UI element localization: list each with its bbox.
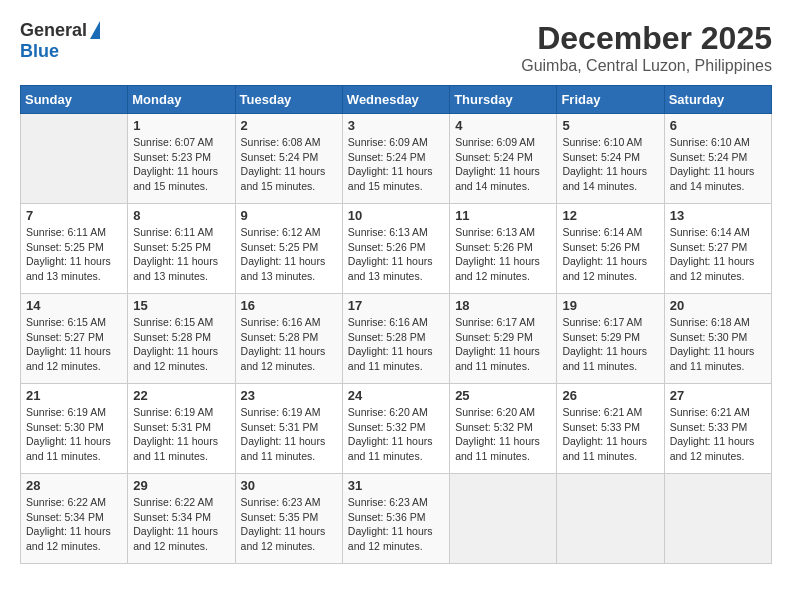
calendar-cell: 22Sunrise: 6:19 AMSunset: 5:31 PMDayligh… xyxy=(128,384,235,474)
day-info: Sunrise: 6:20 AMSunset: 5:32 PMDaylight:… xyxy=(348,405,444,464)
day-number: 31 xyxy=(348,478,444,493)
calendar-cell xyxy=(664,474,771,564)
day-number: 15 xyxy=(133,298,229,313)
day-number: 5 xyxy=(562,118,658,133)
weekday-header-friday: Friday xyxy=(557,86,664,114)
weekday-header-tuesday: Tuesday xyxy=(235,86,342,114)
day-info: Sunrise: 6:14 AMSunset: 5:26 PMDaylight:… xyxy=(562,225,658,284)
calendar-cell: 27Sunrise: 6:21 AMSunset: 5:33 PMDayligh… xyxy=(664,384,771,474)
calendar-cell: 5Sunrise: 6:10 AMSunset: 5:24 PMDaylight… xyxy=(557,114,664,204)
day-info: Sunrise: 6:23 AMSunset: 5:35 PMDaylight:… xyxy=(241,495,337,554)
location: Guimba, Central Luzon, Philippines xyxy=(521,57,772,75)
calendar-cell: 1Sunrise: 6:07 AMSunset: 5:23 PMDaylight… xyxy=(128,114,235,204)
day-number: 24 xyxy=(348,388,444,403)
day-number: 1 xyxy=(133,118,229,133)
calendar-week-2: 7Sunrise: 6:11 AMSunset: 5:25 PMDaylight… xyxy=(21,204,772,294)
day-info: Sunrise: 6:13 AMSunset: 5:26 PMDaylight:… xyxy=(348,225,444,284)
day-number: 19 xyxy=(562,298,658,313)
day-info: Sunrise: 6:19 AMSunset: 5:30 PMDaylight:… xyxy=(26,405,122,464)
day-info: Sunrise: 6:11 AMSunset: 5:25 PMDaylight:… xyxy=(133,225,229,284)
day-info: Sunrise: 6:14 AMSunset: 5:27 PMDaylight:… xyxy=(670,225,766,284)
calendar-cell: 17Sunrise: 6:16 AMSunset: 5:28 PMDayligh… xyxy=(342,294,449,384)
calendar-cell: 30Sunrise: 6:23 AMSunset: 5:35 PMDayligh… xyxy=(235,474,342,564)
day-info: Sunrise: 6:09 AMSunset: 5:24 PMDaylight:… xyxy=(455,135,551,194)
day-info: Sunrise: 6:16 AMSunset: 5:28 PMDaylight:… xyxy=(348,315,444,374)
calendar-cell: 31Sunrise: 6:23 AMSunset: 5:36 PMDayligh… xyxy=(342,474,449,564)
day-number: 13 xyxy=(670,208,766,223)
calendar-cell: 29Sunrise: 6:22 AMSunset: 5:34 PMDayligh… xyxy=(128,474,235,564)
month-title: December 2025 xyxy=(521,20,772,57)
day-number: 4 xyxy=(455,118,551,133)
calendar-cell: 10Sunrise: 6:13 AMSunset: 5:26 PMDayligh… xyxy=(342,204,449,294)
day-info: Sunrise: 6:22 AMSunset: 5:34 PMDaylight:… xyxy=(133,495,229,554)
day-number: 30 xyxy=(241,478,337,493)
day-info: Sunrise: 6:19 AMSunset: 5:31 PMDaylight:… xyxy=(241,405,337,464)
day-info: Sunrise: 6:22 AMSunset: 5:34 PMDaylight:… xyxy=(26,495,122,554)
weekday-header-wednesday: Wednesday xyxy=(342,86,449,114)
day-number: 20 xyxy=(670,298,766,313)
calendar-cell: 7Sunrise: 6:11 AMSunset: 5:25 PMDaylight… xyxy=(21,204,128,294)
day-number: 28 xyxy=(26,478,122,493)
weekday-header-row: SundayMondayTuesdayWednesdayThursdayFrid… xyxy=(21,86,772,114)
day-info: Sunrise: 6:11 AMSunset: 5:25 PMDaylight:… xyxy=(26,225,122,284)
day-number: 6 xyxy=(670,118,766,133)
calendar-cell: 25Sunrise: 6:20 AMSunset: 5:32 PMDayligh… xyxy=(450,384,557,474)
calendar-cell: 12Sunrise: 6:14 AMSunset: 5:26 PMDayligh… xyxy=(557,204,664,294)
day-number: 10 xyxy=(348,208,444,223)
day-number: 7 xyxy=(26,208,122,223)
calendar-cell: 20Sunrise: 6:18 AMSunset: 5:30 PMDayligh… xyxy=(664,294,771,384)
day-info: Sunrise: 6:21 AMSunset: 5:33 PMDaylight:… xyxy=(670,405,766,464)
calendar-cell: 24Sunrise: 6:20 AMSunset: 5:32 PMDayligh… xyxy=(342,384,449,474)
day-number: 2 xyxy=(241,118,337,133)
day-number: 23 xyxy=(241,388,337,403)
title-section: December 2025 Guimba, Central Luzon, Phi… xyxy=(521,20,772,75)
logo-general: General xyxy=(20,20,87,41)
day-info: Sunrise: 6:16 AMSunset: 5:28 PMDaylight:… xyxy=(241,315,337,374)
calendar-week-4: 21Sunrise: 6:19 AMSunset: 5:30 PMDayligh… xyxy=(21,384,772,474)
day-info: Sunrise: 6:15 AMSunset: 5:28 PMDaylight:… xyxy=(133,315,229,374)
calendar-cell: 8Sunrise: 6:11 AMSunset: 5:25 PMDaylight… xyxy=(128,204,235,294)
calendar-cell: 6Sunrise: 6:10 AMSunset: 5:24 PMDaylight… xyxy=(664,114,771,204)
day-number: 12 xyxy=(562,208,658,223)
day-number: 18 xyxy=(455,298,551,313)
calendar-cell: 11Sunrise: 6:13 AMSunset: 5:26 PMDayligh… xyxy=(450,204,557,294)
weekday-header-thursday: Thursday xyxy=(450,86,557,114)
calendar-week-1: 1Sunrise: 6:07 AMSunset: 5:23 PMDaylight… xyxy=(21,114,772,204)
day-info: Sunrise: 6:17 AMSunset: 5:29 PMDaylight:… xyxy=(562,315,658,374)
calendar-cell xyxy=(557,474,664,564)
calendar-week-3: 14Sunrise: 6:15 AMSunset: 5:27 PMDayligh… xyxy=(21,294,772,384)
day-info: Sunrise: 6:15 AMSunset: 5:27 PMDaylight:… xyxy=(26,315,122,374)
day-info: Sunrise: 6:21 AMSunset: 5:33 PMDaylight:… xyxy=(562,405,658,464)
calendar-cell: 13Sunrise: 6:14 AMSunset: 5:27 PMDayligh… xyxy=(664,204,771,294)
weekday-header-sunday: Sunday xyxy=(21,86,128,114)
day-number: 11 xyxy=(455,208,551,223)
calendar-cell xyxy=(21,114,128,204)
calendar-week-5: 28Sunrise: 6:22 AMSunset: 5:34 PMDayligh… xyxy=(21,474,772,564)
calendar-cell: 18Sunrise: 6:17 AMSunset: 5:29 PMDayligh… xyxy=(450,294,557,384)
day-info: Sunrise: 6:20 AMSunset: 5:32 PMDaylight:… xyxy=(455,405,551,464)
calendar-cell: 21Sunrise: 6:19 AMSunset: 5:30 PMDayligh… xyxy=(21,384,128,474)
weekday-header-saturday: Saturday xyxy=(664,86,771,114)
day-info: Sunrise: 6:13 AMSunset: 5:26 PMDaylight:… xyxy=(455,225,551,284)
page-header: General Blue December 2025 Guimba, Centr… xyxy=(20,20,772,75)
calendar-cell: 2Sunrise: 6:08 AMSunset: 5:24 PMDaylight… xyxy=(235,114,342,204)
logo: General Blue xyxy=(20,20,100,62)
calendar-cell: 4Sunrise: 6:09 AMSunset: 5:24 PMDaylight… xyxy=(450,114,557,204)
day-info: Sunrise: 6:23 AMSunset: 5:36 PMDaylight:… xyxy=(348,495,444,554)
day-number: 26 xyxy=(562,388,658,403)
calendar-cell: 19Sunrise: 6:17 AMSunset: 5:29 PMDayligh… xyxy=(557,294,664,384)
day-number: 16 xyxy=(241,298,337,313)
day-info: Sunrise: 6:10 AMSunset: 5:24 PMDaylight:… xyxy=(562,135,658,194)
day-number: 14 xyxy=(26,298,122,313)
calendar-cell: 23Sunrise: 6:19 AMSunset: 5:31 PMDayligh… xyxy=(235,384,342,474)
day-info: Sunrise: 6:07 AMSunset: 5:23 PMDaylight:… xyxy=(133,135,229,194)
day-info: Sunrise: 6:12 AMSunset: 5:25 PMDaylight:… xyxy=(241,225,337,284)
day-number: 25 xyxy=(455,388,551,403)
day-info: Sunrise: 6:08 AMSunset: 5:24 PMDaylight:… xyxy=(241,135,337,194)
day-info: Sunrise: 6:19 AMSunset: 5:31 PMDaylight:… xyxy=(133,405,229,464)
day-number: 27 xyxy=(670,388,766,403)
logo-triangle-icon xyxy=(90,21,100,39)
calendar-cell xyxy=(450,474,557,564)
day-number: 8 xyxy=(133,208,229,223)
day-number: 21 xyxy=(26,388,122,403)
